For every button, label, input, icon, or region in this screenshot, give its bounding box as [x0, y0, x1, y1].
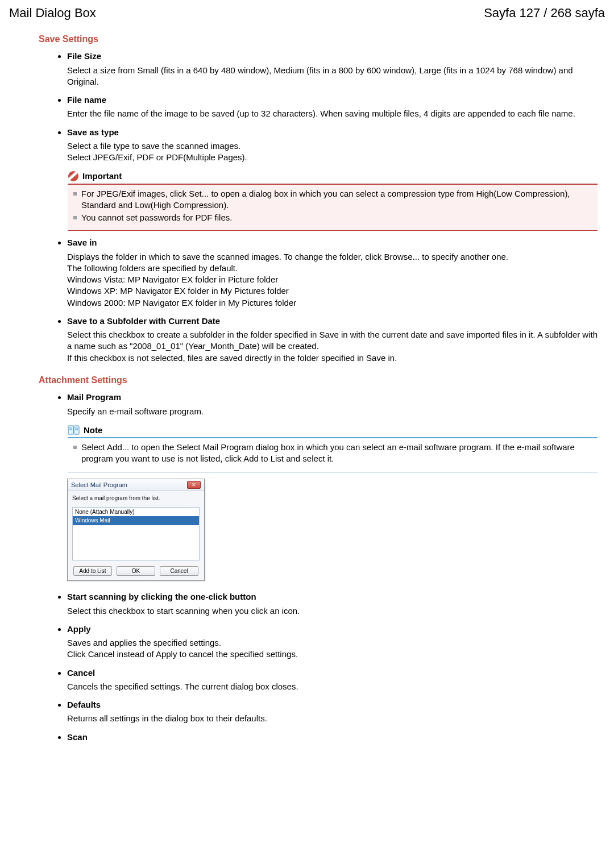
dialog-titlebar: Select Mail Program ✕ [68, 479, 204, 492]
start-scanning-body: Select this checkbox to start scanning w… [67, 605, 598, 617]
save-as-type-line2: Select JPEG/Exif, PDF or PDF(Multiple Pa… [67, 152, 247, 162]
note-header: Note [68, 425, 598, 438]
apply-line2: Click Cancel instead of Apply to cancel … [67, 649, 298, 659]
save-as-type-title: Save as type [67, 127, 119, 138]
attachment-settings-list: Mail Program Specify an e-mail software … [16, 392, 598, 745]
save-in-body: Displays the folder in which to save the… [67, 251, 598, 309]
item-defaults: Defaults Returns all settings in the dia… [67, 699, 598, 725]
important-item-1: For JPEG/Exif images, click Set... to op… [81, 188, 592, 211]
add-to-list-button[interactable]: Add to List [73, 566, 112, 576]
start-scanning-title: Start scanning by clicking the one-click… [67, 591, 256, 603]
save-in-title: Save in [67, 237, 97, 248]
cancel-dialog-button[interactable]: Cancel [160, 566, 198, 576]
subfolder-title: Save to a Subfolder with Current Date [67, 315, 220, 327]
important-label: Important [82, 171, 122, 182]
mail-program-title: Mail Program [67, 392, 121, 403]
header-left: Mail Dialog Box [9, 5, 96, 22]
save-in-line4: Windows XP: MP Navigator EX folder in My… [67, 286, 289, 296]
save-in-line2: The following folders are specified by d… [67, 263, 238, 273]
item-file-size: File Size Select a size from Small (fits… [67, 51, 598, 88]
apply-title: Apply [67, 624, 91, 635]
apply-line1: Saves and applies the specified settings… [67, 638, 221, 647]
item-cancel: Cancel Cancels the specified settings. T… [67, 667, 598, 693]
item-subfolder: Save to a Subfolder with Current Date Se… [67, 315, 598, 364]
save-as-type-line1: Select a file type to save the scanned i… [67, 141, 240, 151]
important-icon [68, 171, 79, 182]
defaults-body: Returns all settings in the dialog box t… [67, 713, 598, 724]
note-icon [68, 425, 80, 435]
dialog-prompt: Select a mail program from the list. [72, 495, 200, 502]
file-size-title: File Size [67, 51, 101, 62]
select-mail-program-dialog: Select Mail Program ✕ Select a mail prog… [67, 479, 205, 582]
dialog-listbox[interactable]: None (Attach Manually) Windows Mail [72, 507, 200, 560]
file-name-body: Enter the file name of the image to be s… [67, 108, 598, 119]
item-file-name: File name Enter the file name of the ima… [67, 94, 598, 120]
item-scan: Scan [67, 732, 598, 745]
page-header: Mail Dialog Box Sayfa 127 / 268 sayfa [9, 5, 605, 22]
note-label: Note [84, 425, 102, 436]
file-size-body: Select a size from Small (fits in a 640 … [67, 65, 598, 88]
dialog-list-item-windows-mail[interactable]: Windows Mail [73, 516, 199, 525]
header-right: Sayfa 127 / 268 sayfa [484, 5, 605, 22]
save-in-line3: Windows Vista: MP Navigator EX folder in… [67, 275, 278, 284]
item-mail-program: Mail Program Specify an e-mail software … [67, 392, 598, 581]
save-as-type-body: Select a file type to save the scanned i… [67, 140, 598, 164]
subfolder-line1: Select this checkbox to create a subfold… [67, 330, 598, 351]
item-save-as-type: Save as type Select a file type to save … [67, 127, 598, 232]
file-name-title: File name [67, 94, 106, 106]
apply-body: Saves and applies the specified settings… [67, 637, 598, 661]
save-settings-list: File Size Select a size from Small (fits… [16, 51, 598, 364]
save-in-line5: Windows 2000: MP Navigator EX folder in … [67, 298, 296, 308]
item-start-scanning: Start scanning by clicking the one-click… [67, 591, 598, 617]
item-save-in: Save in Displays the folder in which to … [67, 237, 598, 309]
save-in-line1: Displays the folder in which to save the… [67, 252, 508, 261]
important-box: Important For JPEG/Exif images, click Se… [67, 170, 598, 231]
important-body: For JPEG/Exif images, click Set... to op… [68, 185, 598, 231]
important-header: Important [68, 171, 598, 184]
dialog-list-item-none[interactable]: None (Attach Manually) [73, 508, 199, 517]
close-icon[interactable]: ✕ [187, 481, 201, 489]
subfolder-line2: If this checkbox is not selected, files … [67, 353, 397, 363]
attachment-settings-title: Attachment Settings [39, 374, 598, 387]
note-body: Select Add... to open the Select Mail Pr… [68, 438, 598, 472]
defaults-title: Defaults [67, 699, 101, 711]
important-item-2: You cannot set passwords for PDF files. [81, 212, 592, 223]
cancel-body: Cancels the specified settings. The curr… [67, 681, 598, 692]
note-item-1: Select Add... to open the Select Mail Pr… [81, 442, 592, 465]
dialog-title-text: Select Mail Program [71, 481, 127, 489]
save-settings-title: Save Settings [39, 33, 598, 45]
cancel-title: Cancel [67, 667, 95, 679]
note-box: Note Select Add... to open the Select Ma… [67, 424, 598, 473]
mail-program-body: Specify an e-mail software program. [67, 406, 598, 417]
subfolder-body: Select this checkbox to create a subfold… [67, 329, 598, 364]
ok-button[interactable]: OK [117, 566, 155, 576]
item-apply: Apply Saves and applies the specified se… [67, 624, 598, 661]
scan-title: Scan [67, 732, 88, 743]
